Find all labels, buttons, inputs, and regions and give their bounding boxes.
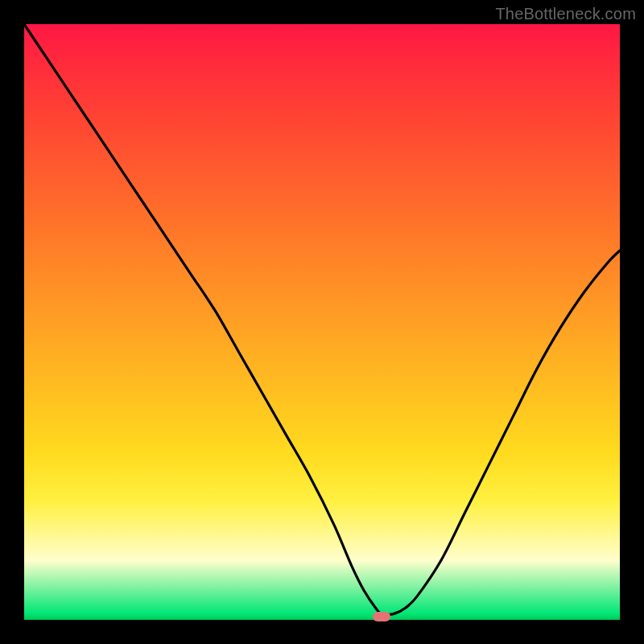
line-curve bbox=[24, 24, 620, 620]
plot-area bbox=[24, 24, 620, 620]
chart-container: TheBottleneck.com bbox=[0, 0, 644, 644]
watermark-text: TheBottleneck.com bbox=[495, 5, 636, 23]
minimum-marker bbox=[373, 612, 390, 621]
